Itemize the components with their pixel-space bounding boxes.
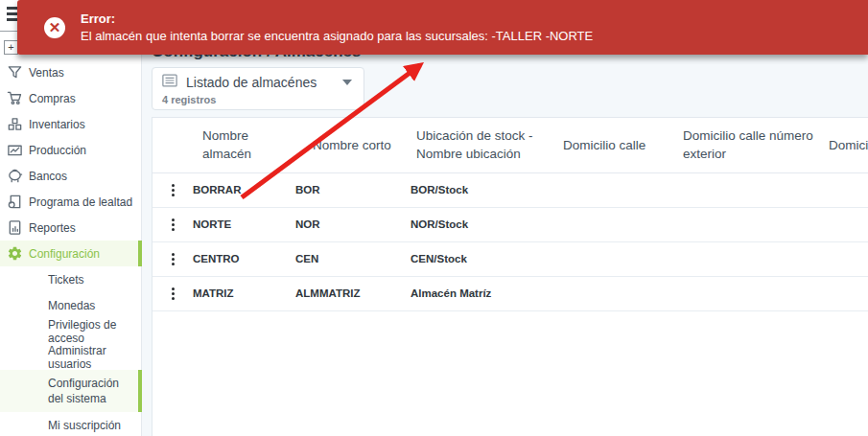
- sidebar-item-label: Configuración: [29, 247, 100, 261]
- row-menu-icon[interactable]: [152, 253, 193, 265]
- sidebar-item-label: Programa de lealtad: [29, 195, 132, 209]
- main-content: Configuración / Almacénes Listado de alm…: [142, 0, 868, 436]
- cell-ubicacion: NOR/Stock: [411, 207, 557, 241]
- sidebar-item-ventas[interactable]: Ventas: [0, 59, 142, 85]
- cell-nombre-almacen: BORRAR: [193, 172, 295, 207]
- sidebar: Ventas Compras Inventarios Producción Ba…: [0, 0, 142, 436]
- sidebar-item-configuracion[interactable]: Configuración: [0, 241, 142, 266]
- funnel-icon: [6, 64, 23, 81]
- sidebar-item-label: Bancos: [29, 170, 67, 183]
- table-row[interactable]: BORRAR BOR BOR/Stock: [152, 172, 868, 207]
- report-icon: [6, 219, 23, 237]
- sidebar-item-mi-suscripcion[interactable]: Mi suscripción: [0, 412, 142, 436]
- column-header: Ubicación de stock - Nombre ubicación: [411, 118, 557, 172]
- sidebar-item-label: Configuración del sistema: [48, 376, 130, 406]
- table-header-row: Nombre almacén Nombre corto Ubicación de…: [152, 118, 868, 172]
- cell-nombre-almacen: CENTRO: [193, 241, 295, 276]
- cell-ubicacion: BOR/Stock: [411, 172, 557, 207]
- error-toast[interactable]: ✕ Error: El almacén que intenta borrar s…: [17, 0, 868, 55]
- sidebar-item-programa-de-lealtad[interactable]: Programa de lealtad: [0, 189, 142, 215]
- row-menu-icon[interactable]: [152, 218, 193, 231]
- cell-nombre-almacen: NORTE: [193, 207, 295, 241]
- sidebar-item-label: Compras: [29, 92, 76, 105]
- sidebar-item-inventarios[interactable]: Inventarios: [0, 111, 142, 137]
- cell-nombre-corto: CEN: [295, 241, 411, 276]
- sidebar-item-monedas[interactable]: Monedas: [0, 292, 142, 318]
- factory-icon: [6, 142, 23, 159]
- cell-nombre-corto: BOR: [295, 172, 411, 207]
- sidebar-item-label: Privilegios de acceso: [48, 318, 142, 345]
- sidebar-item-reportes[interactable]: Reportes: [0, 215, 142, 241]
- cell-nombre-almacen: MATRIZ: [193, 276, 295, 310]
- column-header: Nombre corto: [295, 118, 411, 172]
- sidebar-item-label: Mi suscripción: [48, 419, 121, 432]
- sidebar-item-label: Reportes: [29, 221, 76, 235]
- expand-tree-icon[interactable]: +: [4, 40, 18, 55]
- cell-nombre-corto: ALMMATRIZ: [295, 276, 411, 310]
- row-menu-icon[interactable]: [152, 184, 193, 196]
- sidebar-item-produccion[interactable]: Producción: [0, 137, 142, 163]
- sidebar-item-compras[interactable]: Compras: [0, 85, 142, 111]
- sidebar-item-privilegios-de-acceso[interactable]: Privilegios de acceso: [0, 318, 142, 344]
- sidebar-item-bancos[interactable]: Bancos: [0, 163, 142, 189]
- table-row[interactable]: CENTRO CEN CEN/Stock: [152, 241, 868, 276]
- view-selector[interactable]: Listado de almacénes 4 registros: [152, 67, 364, 110]
- table-row[interactable]: NORTE NOR NOR/Stock: [152, 207, 868, 241]
- sidebar-item-configuracion-del-sistema[interactable]: Configuración del sistema: [0, 370, 142, 412]
- column-header: Nombre almacén: [193, 118, 295, 172]
- warehouses-table: Nombre almacén Nombre corto Ubicación de…: [152, 117, 868, 436]
- cell-nombre-corto: NOR: [295, 207, 411, 241]
- cell-ubicacion: CEN/Stock: [411, 241, 557, 276]
- sidebar-item-label: Ventas: [29, 66, 64, 80]
- sidebar-item-label: Producción: [29, 144, 86, 157]
- view-selector-label: Listado de almacénes: [186, 75, 342, 90]
- cell-ubicacion: Almacén Matríz: [411, 276, 557, 310]
- sidebar-item-label: Inventarios: [29, 118, 85, 131]
- gear-icon: [6, 245, 23, 263]
- chevron-down-icon[interactable]: [342, 80, 352, 85]
- sidebar-item-tickets[interactable]: Tickets: [0, 266, 142, 292]
- error-title: Error:: [81, 11, 593, 28]
- sidebar-item-label: Administrar usuarios: [48, 344, 142, 371]
- actions-column-header: [152, 118, 193, 172]
- table-row[interactable]: MATRIZ ALMMATRIZ Almacén Matríz: [152, 276, 868, 310]
- sidebar-item-label: Monedas: [48, 299, 95, 312]
- column-header: Domicilio: [823, 118, 868, 172]
- header-divider: [0, 31, 17, 32]
- x-circle-icon: ✕: [44, 17, 65, 38]
- sidebar-item-administrar-usuarios[interactable]: Administrar usuarios: [0, 344, 142, 370]
- cart-icon: [6, 90, 23, 107]
- column-header: Domicilio calle número exterior: [677, 118, 823, 172]
- badge-icon: [6, 194, 23, 211]
- row-menu-icon[interactable]: [152, 287, 193, 300]
- list-icon: [162, 74, 177, 91]
- sidebar-item-label: Tickets: [48, 273, 84, 287]
- error-message: El almacén que intenta borrar se encuent…: [81, 28, 593, 45]
- column-header: Domicilio calle: [557, 118, 677, 172]
- boxes-icon: [6, 116, 23, 133]
- records-count: 4 registros: [152, 91, 364, 105]
- piggy-bank-icon: [6, 168, 23, 185]
